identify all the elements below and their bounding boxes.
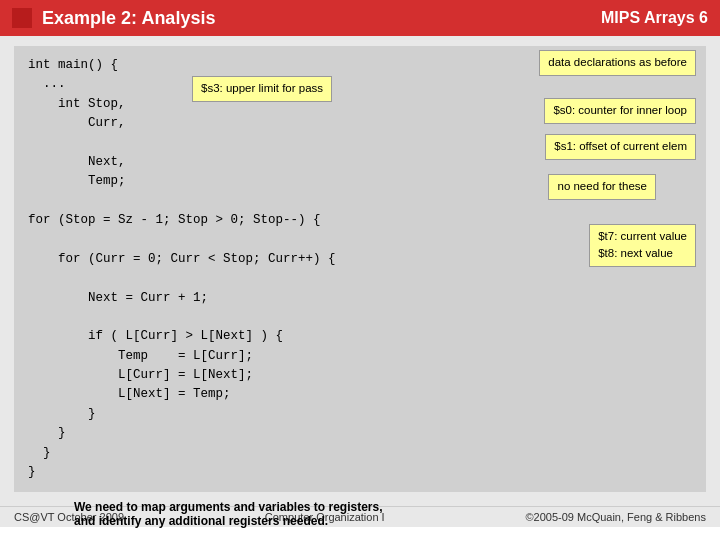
tooltip-t7t8: $t7: current value $t8: next value	[589, 224, 696, 267]
code-line-20: }	[28, 424, 692, 443]
code-line-13: Next = Curr + 1;	[28, 289, 692, 308]
bottom-note-line2: and identify any additional registers ne…	[74, 514, 328, 528]
tooltip-s1: $s1: offset of current elem	[545, 134, 696, 160]
code-line-12	[28, 269, 692, 288]
bottom-note-line1: We need to map arguments and variables t…	[74, 500, 383, 514]
main-content: int main() { ... int Stop, Curr, Next, T…	[0, 36, 720, 506]
tooltip-s3: $s3: upper limit for pass	[192, 76, 332, 102]
code-line-17: L[Curr] = L[Next];	[28, 366, 692, 385]
code-line-18: L[Next] = Temp;	[28, 385, 692, 404]
code-line-22: }	[28, 463, 692, 482]
code-line-14	[28, 308, 692, 327]
red-block-icon	[12, 8, 32, 28]
tooltip-t8: $t8: next value	[598, 245, 687, 262]
tooltip-s0: $s0: counter for inner loop	[544, 98, 696, 124]
code-line-15: if ( L[Curr] > L[Next] ) {	[28, 327, 692, 346]
bottom-note: We need to map arguments and variables t…	[14, 500, 706, 528]
page-title: Example 2: Analysis	[42, 8, 601, 29]
header: Example 2: Analysis MIPS Arrays 6	[0, 0, 720, 36]
code-line-21: }	[28, 444, 692, 463]
tooltip-data-decl: data declarations as before	[539, 50, 696, 76]
code-block: int main() { ... int Stop, Curr, Next, T…	[14, 46, 706, 492]
slide-label: MIPS Arrays 6	[601, 9, 708, 27]
code-line-16: Temp = L[Curr];	[28, 347, 692, 366]
code-line-2: ...	[28, 75, 692, 94]
tooltip-no-need: no need for these	[548, 174, 656, 200]
tooltip-t7: $t7: current value	[598, 228, 687, 245]
code-line-19: }	[28, 405, 692, 424]
